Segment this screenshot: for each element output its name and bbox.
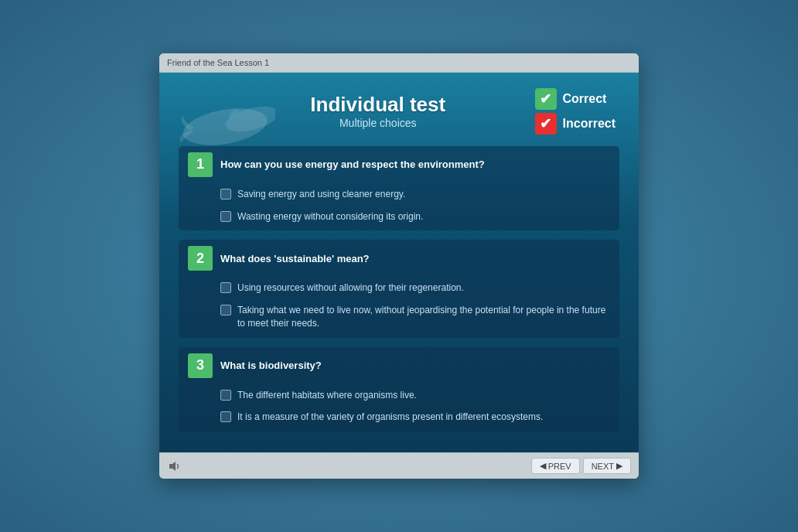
lesson-window: Friend of the Sea Lesson 1 Individual te… — [159, 53, 639, 479]
answer-option-2-1[interactable]: Using resources without allowing for the… — [179, 277, 619, 299]
prev-arrow: ◀ — [540, 461, 546, 471]
incorrect-icon: ✔ — [535, 113, 557, 135]
answer-text-2-2: Taking what we need to live now, without… — [237, 304, 610, 330]
question-number-3: 3 — [188, 353, 213, 378]
answer-option-1-2[interactable]: Wasting energy without considering its o… — [179, 206, 619, 231]
question-block-1: 1How can you use energy and respect the … — [179, 146, 619, 231]
svg-marker-2 — [169, 462, 176, 471]
main-content: Individual test Multiple choices ✔ Corre… — [159, 73, 639, 453]
legend-incorrect: ✔ Incorrect — [535, 113, 616, 135]
answer-text-1-2: Wasting energy without considering its o… — [237, 210, 423, 223]
bottom-bar: ◀ PREV NEXT ▶ — [159, 452, 639, 479]
question-number-1: 1 — [188, 152, 213, 177]
answer-option-1-1[interactable]: Saving energy and using cleaner energy. — [179, 183, 619, 206]
checkbox-3-2[interactable] — [220, 411, 231, 422]
question-block-2: 2What does 'sustainable' mean?Using reso… — [179, 240, 619, 337]
legend: ✔ Correct ✔ Incorrect — [535, 88, 616, 135]
answer-option-3-1[interactable]: The different habitats where organisms l… — [179, 384, 619, 407]
prev-button[interactable]: ◀ PREV — [531, 458, 580, 474]
question-text-1: How can you use energy and respect the e… — [220, 159, 485, 170]
question-text-2: What does 'sustainable' mean? — [220, 253, 370, 264]
questions-area: 1How can you use energy and respect the … — [159, 142, 639, 453]
prev-label: PREV — [548, 462, 571, 471]
correct-icon: ✔ — [535, 88, 557, 110]
next-button[interactable]: NEXT ▶ — [583, 458, 631, 474]
checkbox-1-2[interactable] — [220, 211, 231, 222]
titlebar: Friend of the Sea Lesson 1 — [159, 53, 639, 73]
checkbox-3-1[interactable] — [220, 390, 231, 401]
nav-buttons: ◀ PREV NEXT ▶ — [531, 458, 631, 474]
answer-option-3-2[interactable]: It is a measure of the variety of organi… — [179, 406, 619, 431]
legend-correct: ✔ Correct — [535, 88, 616, 110]
incorrect-label: Incorrect — [563, 117, 616, 131]
answer-text-3-1: The different habitats where organisms l… — [237, 389, 417, 402]
answer-text-2-1: Using resources without allowing for the… — [237, 281, 464, 295]
question-number-2: 2 — [188, 246, 213, 271]
window-title: Friend of the Sea Lesson 1 — [167, 58, 269, 67]
correct-label: Correct — [563, 92, 607, 106]
question-block-3: 3What is biodiversity?The different habi… — [179, 347, 619, 432]
question-header-2: 2What does 'sustainable' mean? — [179, 240, 619, 277]
checkbox-2-1[interactable] — [220, 282, 231, 293]
answer-option-2-2[interactable]: Taking what we need to live now, without… — [179, 299, 619, 338]
checkbox-2-2[interactable] — [220, 305, 231, 315]
answer-text-1-1: Saving energy and using cleaner energy. — [237, 188, 405, 201]
question-header-3: 3What is biodiversity? — [179, 347, 619, 384]
question-text-3: What is biodiversity? — [220, 360, 322, 371]
answer-text-3-2: It is a measure of the variety of organi… — [237, 411, 543, 424]
next-label: NEXT — [592, 462, 614, 471]
speaker-button[interactable] — [167, 459, 182, 474]
whale-decoration — [175, 96, 275, 153]
next-arrow: ▶ — [616, 461, 622, 471]
checkbox-1-1[interactable] — [220, 189, 231, 200]
